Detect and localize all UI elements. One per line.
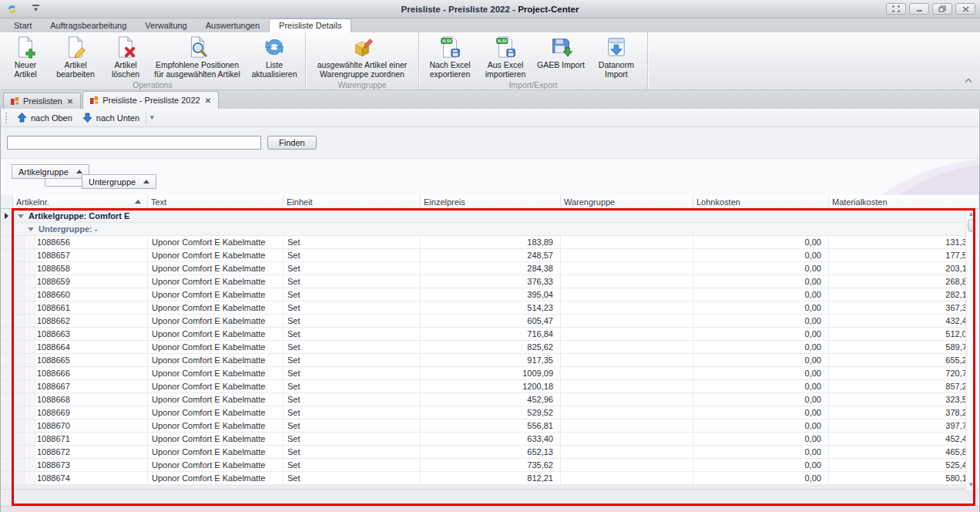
cell-einzelpreis[interactable]: 1009,09 [421, 367, 561, 379]
cell-text[interactable]: Uponor Comfort E Kabelmatte [148, 406, 284, 419]
cell-lohnkosten[interactable]: 0,00 [693, 249, 829, 261]
group-row-untergruppe[interactable]: Untergruppe: - [1, 223, 979, 236]
table-row[interactable]: 1088666Uponor Comfort E KabelmatteSet100… [1, 367, 979, 380]
close-button[interactable] [955, 3, 975, 15]
scroll-up-icon[interactable]: ▲ [966, 211, 976, 217]
column-header-materialkosten[interactable]: Materialkosten [829, 195, 979, 208]
scrollbar-thumb[interactable] [968, 219, 975, 232]
collapse-ribbon-button[interactable] [963, 76, 974, 85]
cell-lohnkosten[interactable]: 0,00 [693, 459, 829, 471]
nach-excel-exportieren-button[interactable]: XLSX Nach Excel exportieren [423, 34, 477, 80]
cell-materialkosten[interactable]: 857,27 [829, 380, 979, 392]
cell-materialkosten[interactable]: 465,81 [829, 446, 979, 458]
table-row[interactable]: 1088661Uponor Comfort E KabelmatteSet514… [1, 301, 979, 315]
cell-materialkosten[interactable]: 589,73 [829, 341, 979, 353]
cell-warengruppe[interactable] [561, 236, 693, 248]
cell-lohnkosten[interactable]: 0,00 [693, 262, 829, 275]
table-row[interactable]: 1088664Uponor Comfort E KabelmatteSet825… [1, 341, 979, 354]
cell-materialkosten[interactable]: 282,17 [829, 288, 979, 301]
cell-einheit[interactable]: Set [284, 236, 421, 248]
group-by-artikelgruppe[interactable]: Artikelgruppe [12, 164, 89, 179]
cell-materialkosten[interactable]: 720,78 [829, 367, 979, 379]
cell-materialkosten[interactable]: 367,31 [829, 301, 979, 314]
table-row[interactable]: 1088674Uponor Comfort E KabelmatteSet812… [1, 472, 979, 485]
cell-warengruppe[interactable] [561, 262, 693, 275]
cell-warengruppe[interactable] [561, 433, 693, 445]
cell-materialkosten[interactable]: 203,13 [829, 262, 979, 275]
column-header-artikelnr[interactable]: Artikelnr. [13, 195, 148, 208]
cell-text[interactable]: Uponor Comfort E Kabelmatte [148, 341, 284, 353]
cell-materialkosten[interactable]: 397,72 [829, 419, 979, 432]
table-row[interactable]: 1088657Uponor Comfort E KabelmatteSet248… [1, 249, 979, 262]
table-row[interactable]: 1088673Uponor Comfort E KabelmatteSet735… [1, 459, 979, 472]
cell-warengruppe[interactable] [561, 249, 693, 261]
cell-einheit[interactable]: Set [284, 367, 421, 379]
ribbon-tab-auswertungen[interactable]: Auswertungen [196, 19, 269, 32]
cell-einheit[interactable]: Set [284, 301, 421, 314]
cell-einheit[interactable]: Set [284, 262, 421, 275]
table-row[interactable]: 1088662Uponor Comfort E KabelmatteSet605… [1, 315, 979, 328]
doc-tab-preislisten[interactable]: Preislisten ✕ [3, 93, 81, 109]
cell-einheit[interactable]: Set [284, 328, 421, 340]
cell-materialkosten[interactable]: 268,81 [829, 275, 979, 288]
liste-aktualisieren-button[interactable]: Liste aktualisieren [247, 34, 301, 80]
cell-einzelpreis[interactable]: 284,38 [421, 262, 561, 275]
table-row[interactable]: 1088656Uponor Comfort E KabelmatteSet183… [1, 236, 979, 249]
cell-text[interactable]: Uponor Comfort E Kabelmatte [148, 459, 284, 471]
cell-einzelpreis[interactable]: 556,81 [421, 419, 561, 432]
cell-warengruppe[interactable] [561, 472, 693, 484]
cell-warengruppe[interactable] [561, 275, 693, 288]
close-tab-icon[interactable]: ✕ [66, 97, 74, 106]
cell-einzelpreis[interactable]: 812,21 [421, 472, 561, 484]
column-header-lohnkosten[interactable]: Lohnkosten [693, 195, 829, 208]
cell-materialkosten[interactable]: 131,35 [829, 236, 979, 248]
cell-einzelpreis[interactable]: 395,04 [421, 288, 561, 301]
cell-einheit[interactable]: Set [284, 459, 421, 471]
minimize-button[interactable] [909, 3, 929, 15]
cell-lohnkosten[interactable]: 0,00 [693, 380, 829, 392]
cell-einzelpreis[interactable]: 735,62 [421, 459, 561, 471]
cell-warengruppe[interactable] [561, 419, 693, 432]
group-by-untergruppe[interactable]: Untergruppe [82, 174, 156, 189]
nach-unten-button[interactable]: nach Unten [79, 111, 146, 124]
table-row[interactable]: 1088671Uponor Comfort E KabelmatteSet633… [1, 433, 979, 446]
table-row[interactable]: 1088667Uponor Comfort E KabelmatteSet120… [1, 380, 979, 393]
datanorm-import-button[interactable]: Datanorm Import [589, 34, 643, 80]
toolbar-grip[interactable] [5, 113, 8, 123]
gaeb-import-button[interactable]: GAEB Import [534, 34, 588, 71]
cell-materialkosten[interactable]: 655,25 [829, 354, 979, 366]
cell-einheit[interactable]: Set [284, 406, 421, 419]
cell-materialkosten[interactable]: 452,43 [829, 433, 979, 445]
cell-materialkosten[interactable]: 177,55 [829, 249, 979, 261]
cell-einheit[interactable]: Set [284, 275, 421, 288]
cell-warengruppe[interactable] [561, 393, 693, 406]
cell-lohnkosten[interactable]: 0,00 [693, 406, 829, 419]
cell-einheit[interactable]: Set [284, 341, 421, 353]
warengruppe-zuordnen-button[interactable]: ausgewählte Artikel einer Warengruppe zu… [310, 34, 414, 80]
cell-einzelpreis[interactable]: 529,52 [421, 406, 561, 419]
cell-einzelpreis[interactable]: 376,33 [421, 275, 561, 288]
cell-materialkosten[interactable]: 432,48 [829, 315, 979, 327]
collapse-subgroup-icon[interactable] [28, 227, 34, 231]
ribbon-tab-verwaltung[interactable]: Verwaltung [136, 19, 196, 32]
fit-window-button[interactable] [886, 3, 906, 15]
cell-einzelpreis[interactable]: 452,96 [421, 393, 561, 406]
cell-lohnkosten[interactable]: 0,00 [693, 393, 829, 406]
table-row[interactable]: 1088660Uponor Comfort E KabelmatteSet395… [1, 288, 979, 301]
cell-einheit[interactable]: Set [284, 393, 421, 406]
cell-einzelpreis[interactable]: 917,35 [421, 354, 561, 366]
cell-text[interactable]: Uponor Comfort E Kabelmatte [148, 433, 284, 445]
cell-einzelpreis[interactable]: 514,23 [421, 301, 561, 314]
cell-einheit[interactable]: Set [284, 315, 421, 327]
cell-lohnkosten[interactable]: 0,00 [693, 446, 829, 458]
cell-lohnkosten[interactable]: 0,00 [693, 341, 829, 353]
table-row[interactable]: 1088665Uponor Comfort E KabelmatteSet917… [1, 354, 979, 367]
cell-text[interactable]: Uponor Comfort E Kabelmatte [148, 380, 284, 392]
ribbon-tab-auftragsbearbeitung[interactable]: Auftragsbearbeitung [41, 19, 136, 32]
restore-button[interactable] [932, 3, 952, 15]
cell-lohnkosten[interactable]: 0,00 [693, 275, 829, 288]
cell-warengruppe[interactable] [561, 406, 693, 419]
cell-einzelpreis[interactable]: 605,47 [421, 315, 561, 327]
doc-tab-preisliste-2022[interactable]: Preisliste - Preisliste 2022 ✕ [82, 91, 219, 109]
cell-text[interactable]: Uponor Comfort E Kabelmatte [148, 262, 284, 275]
